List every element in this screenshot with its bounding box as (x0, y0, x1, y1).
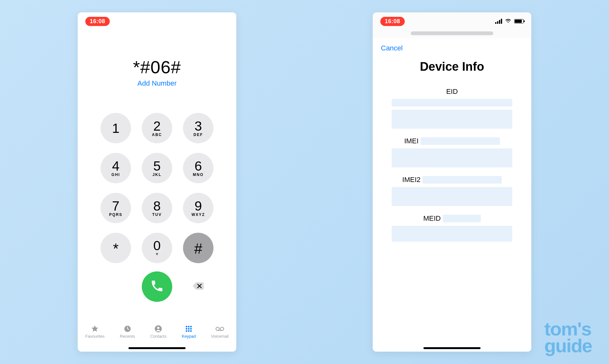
imei2-barcode-redacted (392, 187, 512, 206)
phone-icon (150, 279, 164, 294)
clock-icon (123, 325, 132, 333)
meid-barcode-redacted (392, 226, 512, 242)
person-icon (154, 325, 163, 333)
phone-device-info: 16:08 Cancel Device Info EID IMEI (373, 12, 531, 352)
svg-point-8 (190, 328, 192, 330)
key-2[interactable]: 2ABC (142, 113, 172, 143)
svg-point-2 (157, 327, 160, 329)
meid-value-redacted (443, 215, 481, 222)
backspace-button[interactable] (183, 282, 213, 292)
phone-dialer: 16:08 *#06# Add Number 1 2ABC 3DEF 4GHI … (78, 12, 236, 352)
status-bar: 16:08 (78, 12, 236, 30)
status-time-pill: 16:08 (380, 17, 405, 26)
status-icons (495, 17, 524, 25)
key-9[interactable]: 9WXYZ (183, 193, 213, 223)
wifi-icon (505, 17, 512, 25)
key-3[interactable]: 3DEF (183, 113, 213, 143)
status-time-pill: 16:08 (85, 17, 110, 26)
svg-point-12 (216, 327, 219, 331)
status-bar: 16:08 (373, 12, 531, 30)
imei-label: IMEI (404, 137, 418, 145)
call-row (78, 271, 236, 302)
battery-icon (514, 19, 524, 23)
star-icon (90, 325, 99, 333)
eid-barcode-redacted (392, 110, 512, 129)
tab-voicemail[interactable]: Voicemail (211, 325, 229, 352)
key-7[interactable]: 7PQRS (101, 193, 131, 223)
svg-point-5 (190, 326, 192, 328)
imei-value-redacted (421, 137, 500, 145)
imei-barcode-redacted (392, 148, 512, 167)
svg-point-3 (186, 326, 187, 328)
eid-block: EID (384, 88, 520, 129)
cancel-button[interactable]: Cancel (373, 38, 531, 52)
imei2-value-redacted (422, 176, 502, 184)
svg-point-11 (190, 330, 192, 332)
watermark-logo: tom's guide (544, 321, 592, 354)
backspace-icon (192, 282, 204, 292)
svg-point-10 (188, 330, 190, 332)
dialed-number: *#06# (78, 57, 236, 77)
key-0[interactable]: 0+ (142, 233, 172, 263)
key-hash[interactable]: # (183, 233, 213, 263)
home-indicator[interactable] (423, 347, 481, 349)
svg-point-4 (188, 326, 190, 328)
keypad-icon (184, 325, 193, 333)
eid-value-redacted (392, 99, 512, 107)
svg-point-7 (188, 328, 190, 330)
imei2-block: IMEI2 (384, 176, 520, 206)
meid-block: MEID (384, 214, 520, 242)
dialer-display: *#06# Add Number (78, 57, 236, 88)
device-info-title: Device Info (373, 60, 531, 74)
device-info-list: EID IMEI IMEI2 MEID (373, 88, 531, 242)
eid-label: EID (446, 88, 458, 96)
svg-point-13 (220, 327, 224, 331)
tab-favourites[interactable]: Favourites (85, 325, 105, 352)
key-6[interactable]: 6MNO (183, 153, 213, 183)
imei-block: IMEI (384, 137, 520, 167)
svg-point-9 (186, 330, 187, 332)
key-star[interactable]: * (101, 233, 131, 263)
voicemail-icon (215, 325, 224, 333)
add-number-button[interactable]: Add Number (78, 79, 236, 88)
call-button[interactable] (142, 271, 172, 302)
key-1[interactable]: 1 (101, 113, 131, 143)
key-5[interactable]: 5JKL (142, 153, 172, 183)
home-indicator[interactable] (128, 347, 186, 349)
meid-label: MEID (423, 214, 441, 223)
keypad-grid: 1 2ABC 3DEF 4GHI 5JKL 6MNO 7PQRS 8TUV 9W… (78, 113, 236, 263)
cellular-signal-icon (495, 19, 502, 24)
key-4[interactable]: 4GHI (101, 153, 131, 183)
svg-point-6 (186, 328, 187, 330)
imei2-label: IMEI2 (402, 176, 420, 184)
key-8[interactable]: 8TUV (142, 193, 172, 223)
sheet-grabber[interactable] (411, 31, 493, 35)
